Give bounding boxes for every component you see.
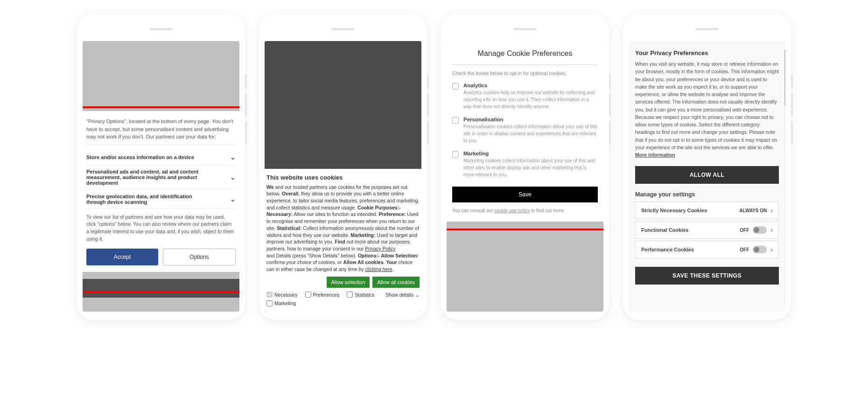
privacy-preferences-modal: Your Privacy Preferences When you visit … (629, 41, 785, 312)
phone-side-button (791, 75, 793, 89)
options-button[interactable]: Options (163, 249, 236, 265)
setting-label: Strictly Necessary Cookies (641, 208, 707, 213)
phone-speaker (149, 28, 173, 30)
phone-mockup-1: "Privacy Options", located at the bottom… (77, 14, 245, 320)
phone-side-button (245, 121, 247, 145)
modal-body-text: We and our trusted partners use cookies … (266, 184, 420, 273)
cookie-consent-modal: "Privacy Options", located at the bottom… (83, 111, 239, 272)
save-settings-button[interactable]: SAVE THESE SETTINGS (635, 267, 779, 285)
consent-note-text: To view our list of partners and see how… (86, 214, 236, 243)
modal-title: This website uses cookies (266, 174, 420, 182)
option-description: Personalisation cookies collect informat… (463, 123, 598, 144)
save-button[interactable]: Save (452, 187, 598, 202)
purpose-label: Personalised ads and content, ad and con… (86, 169, 208, 186)
more-information-link[interactable]: More information (635, 152, 675, 158)
purpose-row[interactable]: Personalised ads and content, ad and con… (86, 165, 236, 190)
privacy-policy-link[interactable]: Privacy Policy (365, 246, 395, 251)
setting-state: OFF (740, 228, 749, 233)
consent-intro-text: "Privacy Options", located at the bottom… (86, 118, 236, 145)
phone-side-button (791, 121, 793, 145)
cookie-preferences-modal: Manage Cookie Preferences Check the boxe… (447, 41, 603, 222)
phone-speaker (331, 28, 355, 30)
clicking-here-link[interactable]: clicking here (365, 266, 392, 272)
modal-body-text: When you visit any website, it may store… (635, 60, 779, 159)
phone-side-button (427, 121, 429, 145)
phone-screen: This website uses cookies We and our tru… (265, 41, 421, 312)
purpose-label: Store and/or access information on a dev… (86, 154, 194, 160)
toggle-switch[interactable] (753, 226, 767, 234)
option-description: Marketing cookies collect information ab… (463, 157, 598, 178)
purpose-row[interactable]: Precise geolocation data, and identifica… (86, 190, 236, 209)
setting-performance[interactable]: Performance Cookies OFF › (635, 241, 779, 258)
phone-mockup-4: Your Privacy Preferences When you visit … (623, 14, 791, 320)
phone-screen: Manage Cookie Preferences Check the boxe… (447, 41, 603, 312)
accept-button[interactable]: Accept (86, 249, 158, 265)
setting-strictly-necessary[interactable]: Strictly Necessary Cookies ALWAYS ON › (635, 202, 779, 219)
show-details-toggle[interactable]: Show details⌄ (385, 292, 420, 299)
chevron-down-icon: ⌄ (230, 174, 236, 181)
chevron-right-icon: › (770, 246, 773, 253)
chevron-down-icon: ⌄ (415, 292, 420, 299)
marketing-checkbox[interactable] (452, 151, 459, 158)
analytics-checkbox[interactable] (452, 83, 459, 90)
phone-side-button (609, 75, 611, 89)
statistics-checkbox[interactable]: Statistics (347, 292, 374, 299)
cookie-option-analytics: Analytics Analytics cookies help us impr… (452, 83, 598, 110)
toggle-switch[interactable] (753, 246, 767, 253)
modal-subtitle: Check the boxes below to opt-in for opti… (452, 70, 598, 76)
cookie-option-marketing: Marketing Marketing cookies collect info… (452, 151, 598, 178)
phone-speaker (513, 28, 537, 30)
option-title: Marketing (463, 151, 598, 156)
purpose-label: Precise geolocation data, and identifica… (86, 194, 208, 205)
phone-side-button (427, 75, 429, 89)
phone-side-button (427, 93, 429, 117)
scrollbar[interactable] (784, 49, 785, 303)
chevron-right-icon: › (770, 207, 773, 214)
necessary-checkbox[interactable]: Necessary (266, 292, 298, 299)
phone-speaker (695, 28, 719, 30)
setting-state: OFF (740, 247, 749, 252)
phone-mockup-3: Manage Cookie Preferences Check the boxe… (441, 14, 609, 320)
phone-side-button (609, 121, 611, 145)
setting-label: Functional Cookies (641, 227, 688, 233)
option-title: Analytics (463, 83, 598, 88)
phone-screen: "Privacy Options", located at the bottom… (83, 41, 239, 312)
purpose-row[interactable]: Store and/or access information on a dev… (86, 150, 236, 165)
phone-side-button (245, 93, 247, 117)
modal-footer-text: You can consult our cookie use policy to… (452, 208, 598, 213)
modal-title: Manage Cookie Preferences (452, 49, 598, 65)
cookie-consent-modal: This website uses cookies We and our tru… (265, 169, 421, 312)
chevron-right-icon: › (770, 226, 773, 234)
chevron-down-icon: ⌄ (230, 153, 236, 161)
preferences-checkbox[interactable]: Preferences (305, 292, 340, 299)
allow-selection-button[interactable]: Allow selection (327, 277, 370, 288)
option-title: Personalisation (463, 117, 598, 122)
marketing-checkbox[interactable]: Marketing (266, 300, 420, 307)
phone-side-button (609, 93, 611, 117)
manage-settings-heading: Manage your settings (635, 191, 779, 198)
phone-side-button (245, 75, 247, 89)
modal-title: Your Privacy Preferences (635, 49, 779, 56)
chevron-down-icon: ⌄ (230, 195, 236, 203)
cookie-option-personalisation: Personalisation Personalisation cookies … (452, 117, 598, 144)
option-description: Analytics cookies help us improve our we… (463, 89, 598, 110)
phone-side-button (791, 93, 793, 117)
cookie-policy-link[interactable]: cookie use policy (494, 208, 530, 213)
setting-state: ALWAYS ON (739, 208, 767, 213)
allow-all-button[interactable]: ALLOW ALL (635, 166, 779, 184)
phone-screen: Your Privacy Preferences When you visit … (629, 41, 785, 312)
phone-mockup-2: This website uses cookies We and our tru… (259, 14, 427, 320)
setting-label: Performance Cookies (641, 247, 694, 252)
setting-functional[interactable]: Functional Cookies OFF › (635, 221, 779, 239)
allow-all-cookies-button[interactable]: Allow all cookies (372, 277, 420, 288)
personalisation-checkbox[interactable] (452, 117, 459, 124)
